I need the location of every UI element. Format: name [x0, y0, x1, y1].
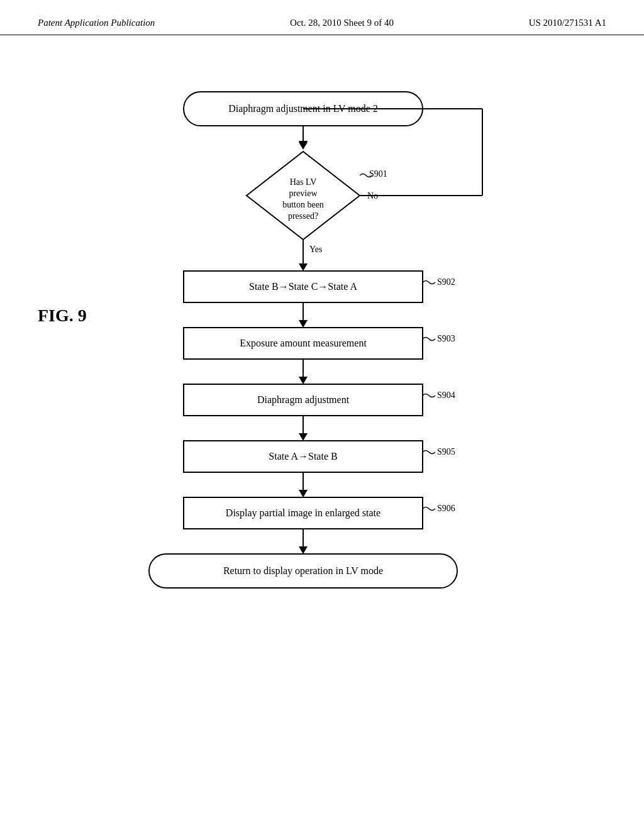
s906-text: Display partial image in enlarged state: [226, 507, 380, 519]
svg-marker-14: [299, 433, 308, 441]
s901-line2: preview: [289, 189, 318, 198]
svg-marker-26: [299, 142, 308, 150]
s903-text: Exposure amount measurement: [240, 338, 367, 349]
page-header: Patent Application Publication Oct. 28, …: [0, 0, 644, 35]
publication-label: Patent Application Publication: [38, 18, 155, 28]
s901-line1: Has LV: [290, 177, 317, 187]
s905-label: S905: [437, 447, 455, 456]
s902-label: S902: [437, 277, 455, 287]
figure-label: FIG. 9: [38, 306, 87, 326]
s905-text: State A→State B: [269, 451, 337, 462]
yes-label: Yes: [309, 245, 322, 254]
svg-marker-20: [299, 546, 308, 554]
svg-marker-17: [299, 490, 308, 497]
main-content: FIG. 9 Diaphragm adjustment in LV mode 2…: [0, 35, 644, 783]
s902-text: State B→State C→State A: [249, 281, 357, 292]
flowchart-diagram: Diaphragm adjustment in LV mode 2 Has LV…: [86, 73, 558, 765]
s901-label: S901: [369, 169, 387, 179]
s903-label: S903: [437, 334, 455, 343]
s904-text: Diaphragm adjustment: [257, 394, 350, 406]
svg-marker-8: [299, 320, 308, 328]
s901-line3: button been: [282, 200, 324, 209]
svg-marker-5: [299, 263, 308, 271]
date-sheet-label: Oct. 28, 2010 Sheet 9 of 40: [290, 18, 394, 28]
s904-label: S904: [437, 390, 455, 400]
s906-label: S906: [437, 504, 455, 513]
end-node-text: Return to display operation in LV mode: [223, 565, 383, 577]
patent-number-label: US 2010/271531 A1: [529, 18, 606, 28]
s901-line4: pressed?: [288, 211, 318, 221]
svg-marker-11: [299, 377, 308, 384]
